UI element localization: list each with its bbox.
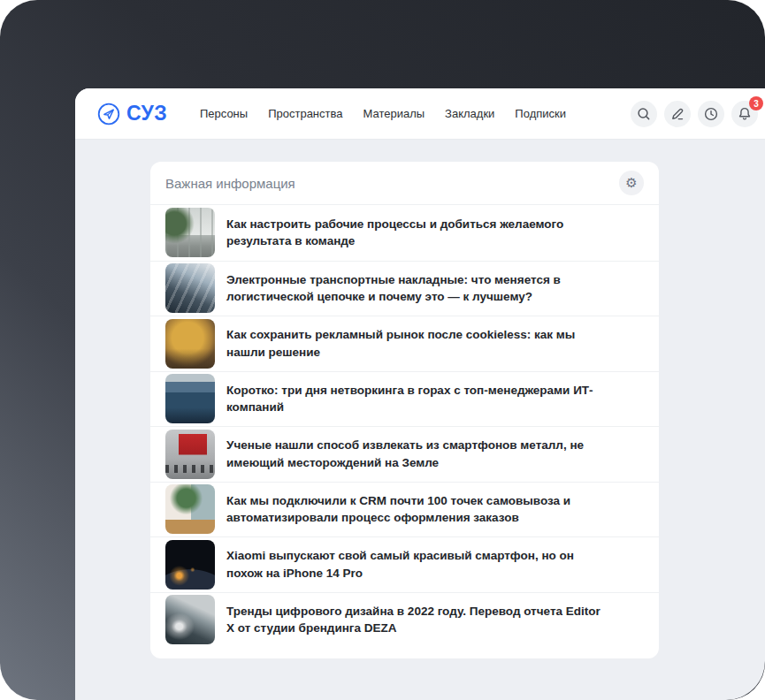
nav-item-subscriptions[interactable]: Подписки xyxy=(515,107,566,120)
article-row[interactable]: Как настроить рабочие процессы и добитьс… xyxy=(150,205,659,261)
article-row[interactable]: Коротко: три дня нетворкинга в горах с т… xyxy=(150,371,659,427)
article-title: Электронные транспортные накладные: что … xyxy=(226,271,605,306)
nav-item-persons[interactable]: Персоны xyxy=(200,107,248,120)
article-row[interactable]: Как мы подключили к CRM почти 100 точек … xyxy=(150,482,659,537)
article-row[interactable]: Ученые нашли способ извлекать из смартфо… xyxy=(150,426,659,482)
article-title: Как мы подключили к CRM почти 100 точек … xyxy=(226,492,605,527)
card-title: Важная информация xyxy=(165,176,295,191)
article-title: Тренды цифрового дизайна в 2022 году. Пе… xyxy=(226,603,605,637)
article-thumbnail xyxy=(165,430,215,479)
article-thumbnail xyxy=(165,208,215,257)
search-icon xyxy=(636,106,652,122)
important-info-header: Важная информация ⚙ xyxy=(150,162,659,205)
article-thumbnail xyxy=(165,595,215,644)
article-title: Коротко: три дня нетворкинга в горах с т… xyxy=(226,382,605,416)
nav-item-bookmarks[interactable]: Закладки xyxy=(445,107,494,120)
pencil-icon xyxy=(669,106,685,122)
article-thumbnail xyxy=(165,319,215,369)
main-nav: Персоны Пространства Материалы Закладки … xyxy=(200,107,566,120)
article-title: Как сохранить рекламный рынок после cook… xyxy=(226,326,605,361)
search-button[interactable] xyxy=(631,101,657,127)
app-window: СУЗ Персоны Пространства Материалы Закла… xyxy=(75,88,765,700)
screenshot-canvas: СУЗ Персоны Пространства Материалы Закла… xyxy=(0,0,765,700)
article-title: Как настроить рабочие процессы и добитьс… xyxy=(226,216,605,250)
article-thumbnail xyxy=(165,484,215,534)
header-actions: 3 xyxy=(631,101,765,127)
article-row[interactable]: Как сохранить рекламный рынок после cook… xyxy=(150,316,659,371)
notification-badge: 3 xyxy=(749,96,763,110)
article-thumbnail xyxy=(165,374,215,423)
notifications-button[interactable]: 3 xyxy=(731,101,758,127)
article-row[interactable]: Тренды цифрового дизайна в 2022 году. Пе… xyxy=(150,592,659,648)
clock-icon xyxy=(703,106,719,122)
article-row[interactable]: Электронные транспортные накладные: что … xyxy=(150,261,659,316)
compose-button[interactable] xyxy=(664,101,691,127)
nav-item-materials[interactable]: Материалы xyxy=(363,107,425,120)
article-thumbnail xyxy=(165,263,215,313)
important-info-card: Важная информация ⚙ Как настроить рабочи… xyxy=(150,162,659,658)
settings-button[interactable]: ⚙ xyxy=(619,171,644,195)
article-thumbnail xyxy=(165,540,215,590)
nav-item-spaces[interactable]: Пространства xyxy=(268,107,342,120)
brand-name: СУЗ xyxy=(126,102,167,126)
paper-plane-icon xyxy=(97,103,120,126)
article-row[interactable]: Xiaomi выпускают свой самый красивый сма… xyxy=(150,536,659,592)
bell-icon xyxy=(737,106,753,122)
history-button[interactable] xyxy=(698,101,724,127)
brand-logo[interactable]: СУЗ xyxy=(97,102,167,126)
article-title: Xiaomi выпускают свой самый красивый сма… xyxy=(226,547,605,582)
gear-icon: ⚙ xyxy=(625,177,637,190)
article-title: Ученые нашли способ извлекать из смартфо… xyxy=(226,437,605,471)
top-navigation-bar: СУЗ Персоны Пространства Материалы Закла… xyxy=(75,88,765,140)
